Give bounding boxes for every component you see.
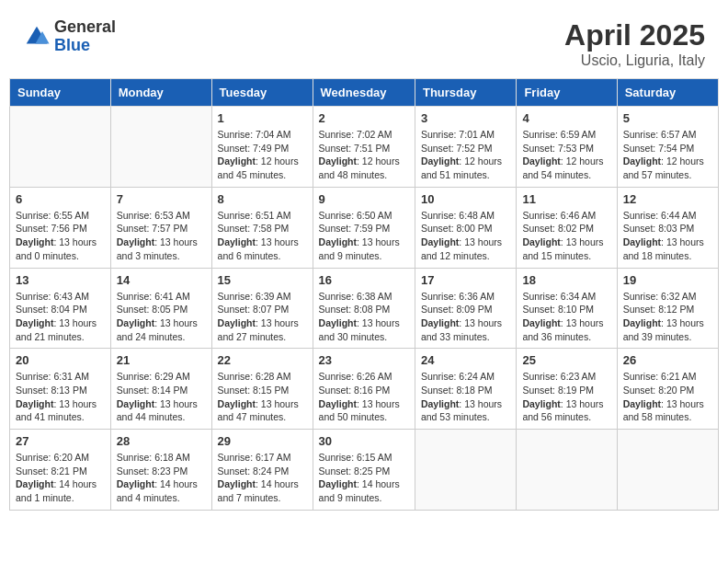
calendar-cell: 25Sunrise: 6:23 AMSunset: 8:19 PMDayligh…	[517, 349, 617, 430]
day-info: Sunrise: 6:44 AMSunset: 8:03 PMDaylight:…	[623, 209, 712, 263]
calendar-cell: 2Sunrise: 7:02 AMSunset: 7:51 PMDaylight…	[313, 107, 415, 188]
day-number: 21	[117, 353, 206, 367]
location-title: Uscio, Liguria, Italy	[564, 52, 705, 69]
day-number: 8	[218, 192, 307, 206]
day-number: 1	[218, 111, 307, 125]
day-info: Sunrise: 6:41 AMSunset: 8:05 PMDaylight:…	[117, 290, 206, 344]
logo-icon	[23, 23, 51, 51]
day-info: Sunrise: 6:51 AMSunset: 7:58 PMDaylight:…	[218, 209, 307, 263]
calendar-cell: 24Sunrise: 6:24 AMSunset: 8:18 PMDayligh…	[415, 349, 516, 430]
calendar-cell	[415, 430, 516, 511]
col-header-thursday: Thursday	[415, 79, 516, 107]
calendar-cell: 6Sunrise: 6:55 AMSunset: 7:56 PMDaylight…	[10, 187, 111, 268]
day-number: 2	[319, 111, 409, 125]
calendar-cell: 1Sunrise: 7:04 AMSunset: 7:49 PMDaylight…	[211, 107, 313, 188]
col-header-monday: Monday	[110, 79, 211, 107]
day-number: 12	[623, 192, 712, 206]
col-header-tuesday: Tuesday	[211, 79, 313, 107]
day-number: 7	[117, 192, 206, 206]
day-number: 24	[421, 353, 510, 367]
calendar-cell: 5Sunrise: 6:57 AMSunset: 7:54 PMDaylight…	[617, 107, 718, 188]
calendar-cell: 13Sunrise: 6:43 AMSunset: 8:04 PMDayligh…	[10, 268, 111, 349]
day-number: 17	[421, 273, 510, 287]
day-info: Sunrise: 6:53 AMSunset: 7:57 PMDaylight:…	[117, 209, 206, 263]
calendar-cell	[617, 430, 718, 511]
day-info: Sunrise: 6:21 AMSunset: 8:20 PMDaylight:…	[623, 370, 712, 424]
calendar-week-row: 13Sunrise: 6:43 AMSunset: 8:04 PMDayligh…	[10, 268, 719, 349]
header: General Blue April 2025 Uscio, Liguria, …	[9, 9, 719, 74]
day-number: 19	[623, 273, 712, 287]
day-number: 6	[16, 192, 105, 206]
calendar-cell: 18Sunrise: 6:34 AMSunset: 8:10 PMDayligh…	[517, 268, 617, 349]
day-info: Sunrise: 6:59 AMSunset: 7:53 PMDaylight:…	[522, 128, 610, 182]
day-number: 4	[522, 111, 610, 125]
day-number: 30	[319, 434, 409, 448]
logo-blue-text: Blue	[54, 37, 116, 55]
calendar-cell: 12Sunrise: 6:44 AMSunset: 8:03 PMDayligh…	[617, 187, 718, 268]
calendar-cell: 15Sunrise: 6:39 AMSunset: 8:07 PMDayligh…	[211, 268, 313, 349]
day-info: Sunrise: 6:34 AMSunset: 8:10 PMDaylight:…	[522, 290, 610, 344]
calendar-cell: 17Sunrise: 6:36 AMSunset: 8:09 PMDayligh…	[415, 268, 516, 349]
calendar-cell: 23Sunrise: 6:26 AMSunset: 8:16 PMDayligh…	[313, 349, 415, 430]
calendar-cell: 20Sunrise: 6:31 AMSunset: 8:13 PMDayligh…	[10, 349, 111, 430]
day-info: Sunrise: 6:17 AMSunset: 8:24 PMDaylight:…	[218, 451, 307, 505]
calendar-cell: 19Sunrise: 6:32 AMSunset: 8:12 PMDayligh…	[617, 268, 718, 349]
day-info: Sunrise: 6:20 AMSunset: 8:21 PMDaylight:…	[16, 451, 105, 505]
calendar-cell: 22Sunrise: 6:28 AMSunset: 8:15 PMDayligh…	[211, 349, 313, 430]
title-area: April 2025 Uscio, Liguria, Italy	[564, 18, 705, 69]
day-number: 22	[218, 353, 307, 367]
calendar-cell: 14Sunrise: 6:41 AMSunset: 8:05 PMDayligh…	[110, 268, 211, 349]
day-info: Sunrise: 6:18 AMSunset: 8:23 PMDaylight:…	[117, 451, 206, 505]
day-info: Sunrise: 6:57 AMSunset: 7:54 PMDaylight:…	[623, 128, 712, 182]
day-number: 29	[218, 434, 307, 448]
day-info: Sunrise: 6:39 AMSunset: 8:07 PMDaylight:…	[218, 290, 307, 344]
calendar-cell: 11Sunrise: 6:46 AMSunset: 8:02 PMDayligh…	[517, 187, 617, 268]
calendar-week-row: 6Sunrise: 6:55 AMSunset: 7:56 PMDaylight…	[10, 187, 719, 268]
calendar-cell: 28Sunrise: 6:18 AMSunset: 8:23 PMDayligh…	[110, 430, 211, 511]
calendar-cell	[110, 107, 211, 188]
day-number: 3	[421, 111, 510, 125]
day-info: Sunrise: 6:48 AMSunset: 8:00 PMDaylight:…	[421, 209, 510, 263]
day-info: Sunrise: 6:28 AMSunset: 8:15 PMDaylight:…	[218, 370, 307, 424]
calendar-cell: 4Sunrise: 6:59 AMSunset: 7:53 PMDaylight…	[517, 107, 617, 188]
day-info: Sunrise: 6:38 AMSunset: 8:08 PMDaylight:…	[319, 290, 409, 344]
day-info: Sunrise: 6:43 AMSunset: 8:04 PMDaylight:…	[16, 290, 105, 344]
logo: General Blue	[23, 18, 116, 55]
calendar-cell: 10Sunrise: 6:48 AMSunset: 8:00 PMDayligh…	[415, 187, 516, 268]
day-info: Sunrise: 6:50 AMSunset: 7:59 PMDaylight:…	[319, 209, 409, 263]
day-number: 27	[16, 434, 105, 448]
calendar-header-row: SundayMondayTuesdayWednesdayThursdayFrid…	[10, 79, 719, 107]
calendar-cell	[517, 430, 617, 511]
calendar-cell: 27Sunrise: 6:20 AMSunset: 8:21 PMDayligh…	[10, 430, 111, 511]
day-info: Sunrise: 6:15 AMSunset: 8:25 PMDaylight:…	[319, 451, 409, 505]
calendar-cell: 8Sunrise: 6:51 AMSunset: 7:58 PMDaylight…	[211, 187, 313, 268]
day-info: Sunrise: 6:26 AMSunset: 8:16 PMDaylight:…	[319, 370, 409, 424]
calendar-cell: 26Sunrise: 6:21 AMSunset: 8:20 PMDayligh…	[617, 349, 718, 430]
day-number: 16	[319, 273, 409, 287]
day-number: 5	[623, 111, 712, 125]
day-info: Sunrise: 6:55 AMSunset: 7:56 PMDaylight:…	[16, 209, 105, 263]
day-info: Sunrise: 7:02 AMSunset: 7:51 PMDaylight:…	[319, 128, 409, 182]
month-title: April 2025	[564, 18, 705, 52]
day-info: Sunrise: 6:23 AMSunset: 8:19 PMDaylight:…	[522, 370, 610, 424]
day-info: Sunrise: 6:46 AMSunset: 8:02 PMDaylight:…	[522, 209, 610, 263]
day-number: 28	[117, 434, 206, 448]
day-number: 9	[319, 192, 409, 206]
day-info: Sunrise: 6:24 AMSunset: 8:18 PMDaylight:…	[421, 370, 510, 424]
day-info: Sunrise: 6:32 AMSunset: 8:12 PMDaylight:…	[623, 290, 712, 344]
calendar-cell: 9Sunrise: 6:50 AMSunset: 7:59 PMDaylight…	[313, 187, 415, 268]
calendar-cell: 21Sunrise: 6:29 AMSunset: 8:14 PMDayligh…	[110, 349, 211, 430]
page-container: General Blue April 2025 Uscio, Liguria, …	[9, 9, 719, 511]
day-number: 10	[421, 192, 510, 206]
calendar-cell: 7Sunrise: 6:53 AMSunset: 7:57 PMDaylight…	[110, 187, 211, 268]
day-number: 26	[623, 353, 712, 367]
calendar-cell: 3Sunrise: 7:01 AMSunset: 7:52 PMDaylight…	[415, 107, 516, 188]
col-header-friday: Friday	[517, 79, 617, 107]
day-number: 23	[319, 353, 409, 367]
col-header-wednesday: Wednesday	[313, 79, 415, 107]
col-header-saturday: Saturday	[617, 79, 718, 107]
day-number: 20	[16, 353, 105, 367]
day-info: Sunrise: 7:04 AMSunset: 7:49 PMDaylight:…	[218, 128, 307, 182]
day-number: 18	[522, 273, 610, 287]
day-number: 25	[522, 353, 610, 367]
